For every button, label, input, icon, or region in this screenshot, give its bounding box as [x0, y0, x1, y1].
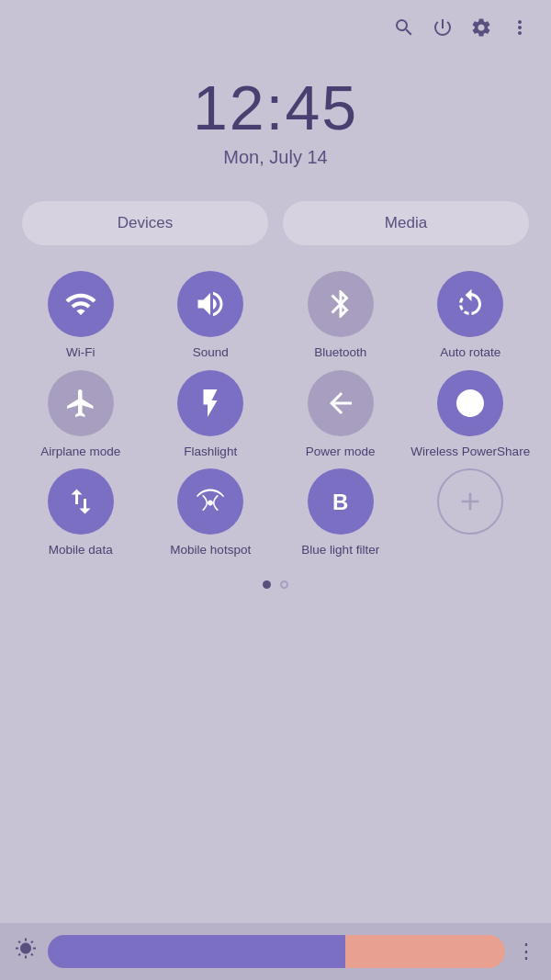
wireless-label: Wireless PowerShare	[410, 444, 530, 460]
wifi-label: Wi-Fi	[66, 344, 95, 361]
bluelight-label: Blue light filter	[301, 542, 379, 558]
settings-icon[interactable]	[470, 17, 492, 44]
hotspot-icon-circle	[177, 468, 243, 535]
powermode-label: Power mode	[306, 444, 376, 460]
tile-bluelight[interactable]: B Blue light filter	[278, 468, 403, 558]
power-icon[interactable]	[432, 17, 454, 44]
airplane-label: Airplane mode	[40, 444, 120, 460]
airplane-icon-circle	[48, 370, 114, 436]
wireless-icon-circle	[437, 370, 503, 436]
clock-date: Mon, July 14	[0, 147, 551, 168]
tile-wifi[interactable]: Wi-Fi	[18, 271, 143, 361]
svg-text:B: B	[332, 490, 348, 514]
brightness-slider[interactable]	[48, 935, 505, 968]
page-dots	[0, 580, 551, 589]
tile-bluetooth[interactable]: Bluetooth	[278, 271, 403, 361]
quick-tiles-grid: Wi-Fi Sound Bluetooth Auto rotate Airpla…	[18, 271, 533, 558]
brightness-bar[interactable]: ⋮	[0, 923, 551, 980]
search-icon[interactable]	[393, 17, 415, 44]
autorotate-icon-circle	[437, 271, 503, 337]
sound-label: Sound	[193, 344, 229, 361]
tile-powermode[interactable]: Power mode	[278, 370, 403, 460]
more-vert-icon[interactable]	[509, 17, 531, 44]
flashlight-label: Flashlight	[184, 444, 237, 460]
tile-hotspot[interactable]: Mobile hotspot	[149, 468, 274, 558]
devices-button[interactable]: Devices	[22, 201, 268, 245]
dot-2	[280, 580, 288, 589]
tile-add[interactable]	[409, 468, 534, 558]
tile-autorotate[interactable]: Auto rotate	[409, 271, 534, 361]
media-button[interactable]: Media	[283, 201, 529, 245]
device-media-row: Devices Media	[22, 201, 529, 245]
powermode-icon-circle	[308, 370, 374, 436]
brightness-more-icon[interactable]: ⋮	[516, 940, 536, 963]
tile-wireless[interactable]: Wireless PowerShare	[409, 370, 534, 460]
wifi-icon-circle	[48, 271, 114, 337]
tile-flashlight[interactable]: Flashlight	[149, 370, 274, 460]
mobiledata-icon-circle	[48, 468, 114, 535]
clock-section: 12:45 Mon, July 14	[0, 72, 551, 168]
dot-1	[263, 580, 271, 589]
clock-time: 12:45	[0, 72, 551, 143]
brightness-icon	[15, 938, 37, 965]
top-toolbar	[0, 0, 551, 44]
mobiledata-label: Mobile data	[49, 542, 113, 558]
tile-sound[interactable]: Sound	[149, 271, 274, 361]
bluetooth-icon-circle	[308, 271, 374, 337]
bluetooth-label: Bluetooth	[314, 344, 366, 361]
add-icon-circle	[437, 468, 503, 535]
hotspot-label: Mobile hotspot	[170, 542, 251, 558]
bluelight-icon-circle: B	[308, 468, 374, 535]
tile-mobiledata[interactable]: Mobile data	[18, 468, 143, 558]
flashlight-icon-circle	[177, 370, 243, 436]
autorotate-label: Auto rotate	[440, 344, 500, 361]
sound-icon-circle	[177, 271, 243, 337]
tile-airplane[interactable]: Airplane mode	[18, 370, 143, 460]
